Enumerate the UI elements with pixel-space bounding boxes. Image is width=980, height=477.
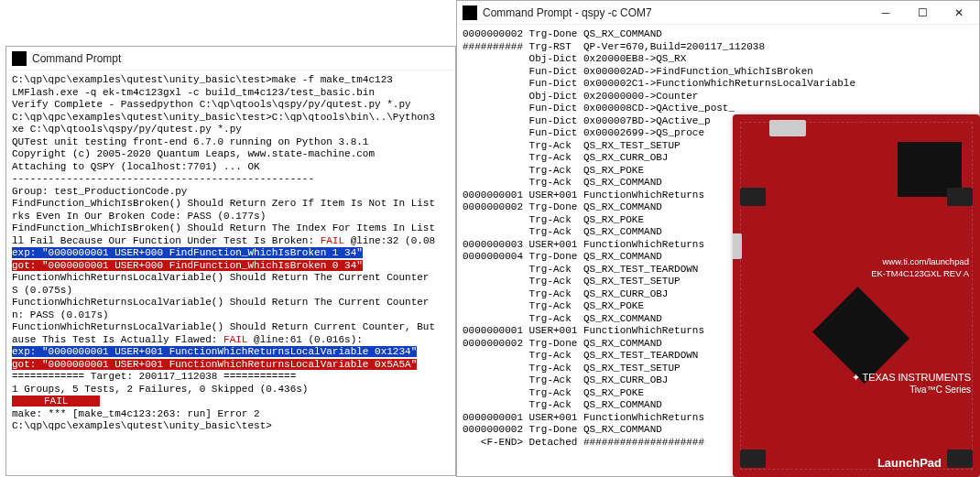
board-button [947,450,973,468]
title-text-qspy: Command Prompt - qspy -c COM7 [483,6,867,19]
launchpad-logo-text: LaunchPad [877,456,942,470]
board-button [947,188,973,206]
titlebar-make[interactable]: Command Prompt [6,47,455,70]
mcu-chip [812,287,909,384]
cmd-icon [463,5,477,20]
usb-connector [769,120,806,136]
cmd-icon [12,51,27,66]
titlebar-qspy[interactable]: Command Prompt - qspy -c COM7 ─ ☐ ✕ [457,1,979,25]
board-model-text: EK-TM4C123GXL REV A [871,268,969,278]
board-url-text: www.ti.com/launchpad [882,256,969,266]
launchpad-board-image: www.ti.com/launchpad EK-TM4C123GXL REV A… [733,114,980,477]
console-output-make: C:\qp\qpc\examples\qutest\unity_basic\te… [6,70,455,475]
close-button[interactable]: ✕ [941,2,977,24]
minimize-button[interactable]: ─ [867,2,904,24]
cmd-window-make: Command Prompt C:\qp\qpc\examples\qutest… [5,46,456,476]
maximize-button[interactable]: ☐ [904,2,941,24]
title-text-make: Command Prompt [32,52,453,65]
usb-connector-side [733,233,742,259]
board-button [740,188,766,206]
ti-logo-text: ✦ TEXAS INSTRUMENTS Tiva™C Series [852,372,971,395]
board-button [740,450,766,468]
